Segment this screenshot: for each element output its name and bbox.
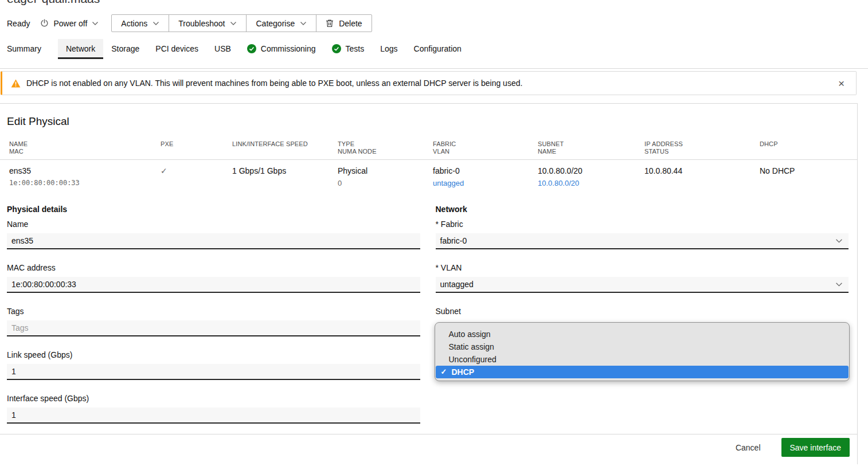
fabric-label: * Fabric bbox=[436, 220, 849, 229]
subnet-option-auto-assign[interactable]: Auto assign bbox=[436, 328, 849, 340]
chevron-down-icon bbox=[835, 282, 843, 287]
name-label: Name bbox=[7, 220, 420, 229]
vlan-link[interactable]: untagged bbox=[433, 179, 464, 187]
physical-details-heading: Physical details bbox=[7, 205, 420, 214]
tab-commissioning[interactable]: Commissioning bbox=[239, 39, 324, 59]
mac-address-label: MAC address bbox=[7, 263, 420, 273]
edit-physical-panel: Edit Physical NAMEMAC PXE LINK/INTERFACE… bbox=[0, 103, 858, 464]
tab-label: Tests bbox=[346, 44, 365, 53]
tab-configuration[interactable]: Configuration bbox=[406, 39, 470, 59]
page-header: eager-quail.maas bbox=[0, 0, 868, 5]
subnet-option-dhcp[interactable]: ✓ DHCP bbox=[436, 366, 849, 378]
tab-storage[interactable]: Storage bbox=[103, 39, 147, 59]
col-pxe: PXE bbox=[161, 140, 232, 155]
col-ip-status: IP ADDRESSSTATUS bbox=[644, 140, 760, 155]
interface-mac: 1e:00:80:00:00:33 bbox=[9, 179, 161, 187]
warning-message: DHCP is not enabled on any VLAN. This wi… bbox=[26, 79, 522, 88]
fabric-name: fabric-0 bbox=[433, 166, 538, 176]
warning-icon bbox=[11, 79, 21, 88]
panel-title: Edit Physical bbox=[7, 115, 857, 128]
actions-menu-button[interactable]: Actions bbox=[112, 15, 169, 32]
tab-label: Logs bbox=[380, 44, 397, 53]
fabric-select-value: fabric-0 bbox=[440, 236, 467, 245]
power-menu[interactable]: Power off bbox=[40, 19, 99, 28]
form-footer: Cancel Save interface bbox=[0, 434, 857, 457]
close-icon[interactable]: × bbox=[835, 77, 848, 90]
success-check-icon bbox=[247, 44, 256, 53]
link-interface-speed: 1 Gbps/1 Gbps bbox=[232, 166, 338, 176]
vlan-label: * VLAN bbox=[436, 263, 849, 273]
tab-tests[interactable]: Tests bbox=[324, 39, 373, 59]
chevron-down-icon bbox=[230, 21, 237, 26]
subnet-label: Subnet bbox=[436, 307, 849, 316]
machine-title: eager-quail.maas bbox=[7, 0, 868, 5]
interface-type: Physical bbox=[338, 166, 433, 176]
col-dhcp: DHCP bbox=[760, 140, 849, 155]
dhcp-status: No DHCP bbox=[760, 166, 849, 176]
chevron-down-icon bbox=[835, 238, 843, 244]
delete-button[interactable]: Delete bbox=[316, 15, 371, 32]
network-heading: Network bbox=[436, 205, 849, 214]
edit-interface-form: Physical details Name MAC address Tags L… bbox=[7, 205, 849, 424]
interface-speed-label: Interface speed (Gbps) bbox=[7, 394, 420, 404]
actions-menu-label: Actions bbox=[121, 19, 147, 28]
col-type-numa: TYPENUMA NODE bbox=[338, 140, 433, 155]
machine-tabs: Summary Network Storage PCI devices USB … bbox=[0, 39, 868, 69]
subnet-dropdown-menu: Auto assign Static assign Unconfigured ✓… bbox=[435, 322, 850, 381]
tags-label: Tags bbox=[7, 307, 420, 316]
chevron-down-icon bbox=[153, 21, 159, 26]
tab-label: PCI devices bbox=[155, 44, 198, 53]
power-icon bbox=[40, 19, 49, 28]
dhcp-warning-banner: DHCP is not enabled on any VLAN. This wi… bbox=[1, 71, 857, 95]
interface-speed-input[interactable] bbox=[7, 408, 420, 424]
subnet-option-unconfigured[interactable]: Unconfigured bbox=[436, 353, 849, 366]
col-name-mac: NAMEMAC bbox=[9, 140, 161, 155]
tab-pci-devices[interactable]: PCI devices bbox=[147, 39, 206, 59]
physical-details-column: Physical details Name MAC address Tags L… bbox=[7, 205, 420, 424]
status-bar: Ready Power off Actions Troubleshoot Cat… bbox=[7, 14, 868, 32]
table-row: ens35 1e:00:80:00:00:33 ✓ 1 Gbps/1 Gbps … bbox=[0, 160, 857, 187]
delete-button-label: Delete bbox=[339, 19, 362, 28]
name-input[interactable] bbox=[7, 233, 420, 249]
table-header-row: NAMEMAC PXE LINK/INTERFACE SPEED TYPENUM… bbox=[0, 140, 857, 160]
troubleshoot-menu-button[interactable]: Troubleshoot bbox=[169, 15, 247, 32]
interface-table: NAMEMAC PXE LINK/INTERFACE SPEED TYPENUM… bbox=[0, 140, 857, 187]
cancel-button[interactable]: Cancel bbox=[730, 440, 767, 456]
machine-status: Ready bbox=[7, 19, 30, 28]
fabric-select[interactable]: fabric-0 bbox=[436, 233, 849, 249]
tab-network[interactable]: Network bbox=[58, 39, 103, 59]
tags-input[interactable] bbox=[7, 320, 420, 336]
tab-label: Storage bbox=[111, 44, 139, 53]
tab-label: Configuration bbox=[414, 44, 462, 53]
tab-label: Network bbox=[66, 44, 95, 53]
subnet-link[interactable]: 10.0.80.0/20 bbox=[538, 179, 579, 187]
trash-icon bbox=[326, 19, 334, 28]
categorise-menu-button[interactable]: Categorise bbox=[247, 15, 316, 32]
interface-name: ens35 bbox=[9, 166, 161, 176]
machine-actions-group: Actions Troubleshoot Categorise Delete bbox=[111, 14, 372, 32]
subnet-option-static-assign[interactable]: Static assign bbox=[436, 340, 849, 353]
success-check-icon bbox=[332, 44, 341, 53]
link-speed-label: Link speed (Gbps) bbox=[7, 350, 420, 360]
vlan-select-value: untagged bbox=[440, 280, 474, 289]
tab-logs[interactable]: Logs bbox=[372, 39, 405, 59]
col-fabric-vlan: FABRICVLAN bbox=[433, 140, 538, 155]
vlan-select[interactable]: untagged bbox=[436, 277, 849, 293]
save-interface-button[interactable]: Save interface bbox=[781, 438, 850, 457]
chevron-down-icon bbox=[92, 21, 99, 26]
tab-summary[interactable]: Summary bbox=[7, 39, 50, 59]
tab-label: Summary bbox=[7, 44, 41, 53]
troubleshoot-menu-label: Troubleshoot bbox=[178, 19, 225, 28]
chevron-down-icon bbox=[300, 21, 307, 26]
numa-node: 0 bbox=[338, 179, 433, 187]
network-column: Network * Fabric fabric-0 * VLAN untagge… bbox=[436, 205, 849, 424]
link-speed-input[interactable] bbox=[7, 364, 420, 380]
subnet-option-label: DHCP bbox=[451, 366, 474, 378]
pxe-check-icon: ✓ bbox=[161, 166, 167, 175]
subnet-cidr: 10.0.80.0/20 bbox=[538, 166, 644, 176]
mac-address-input[interactable] bbox=[7, 277, 420, 293]
power-menu-label: Power off bbox=[53, 19, 87, 28]
tab-usb[interactable]: USB bbox=[206, 39, 239, 59]
selected-check-icon: ✓ bbox=[441, 366, 447, 378]
tab-label: USB bbox=[214, 44, 231, 53]
